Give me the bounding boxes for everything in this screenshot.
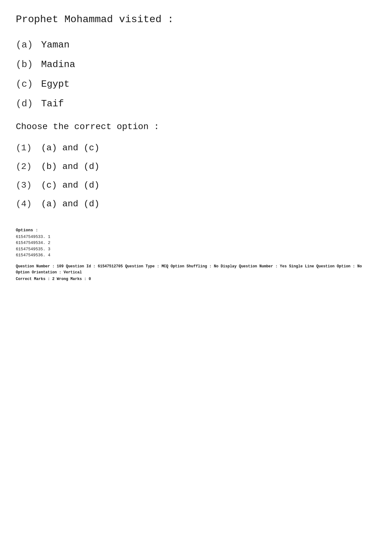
list-item: (a) Yaman bbox=[16, 40, 376, 50]
list-item: (4) (a) and (d) bbox=[16, 199, 376, 209]
list-item: 61547549536. 4 bbox=[16, 252, 376, 259]
list-item: (b) Madina bbox=[16, 59, 376, 70]
list-item: 61547549535. 3 bbox=[16, 246, 376, 253]
list-item: (c) Egypt bbox=[16, 79, 376, 90]
answer-value-3: (c) and (d) bbox=[41, 180, 100, 190]
option-value-d: Taif bbox=[41, 98, 64, 109]
option-id-list: 61547549533. 1 61547549534. 2 6154754953… bbox=[16, 234, 376, 259]
option-value-b: Madina bbox=[41, 59, 75, 70]
list-item: (1) (a) and (c) bbox=[16, 143, 376, 153]
list-item: 61547549534. 2 bbox=[16, 240, 376, 246]
list-item: (2) (b) and (d) bbox=[16, 162, 376, 171]
answer-value-4: (a) and (d) bbox=[41, 199, 100, 209]
question-text: Prophet Mohammad visited : bbox=[16, 13, 376, 27]
answer-label-2: (2) bbox=[16, 162, 41, 171]
marks-info: Correct Marks : 2 Wrong Marks : 0 bbox=[16, 277, 376, 281]
option-value-c: Egypt bbox=[41, 79, 70, 90]
option-label-c: (c) bbox=[16, 79, 41, 90]
options-label: Options : bbox=[16, 228, 376, 233]
choose-correct-option-text: Choose the correct option : bbox=[16, 122, 376, 132]
answer-value-2: (b) and (d) bbox=[41, 162, 100, 171]
answer-label-4: (4) bbox=[16, 199, 41, 209]
option-value-a: Yaman bbox=[41, 40, 70, 50]
option-label-a: (a) bbox=[16, 40, 41, 50]
answer-label-3: (3) bbox=[16, 180, 41, 190]
answer-label-1: (1) bbox=[16, 143, 41, 153]
question-meta-info: Question Number : 109 Question Id : 6154… bbox=[16, 264, 364, 276]
list-item: 61547549533. 1 bbox=[16, 234, 376, 240]
answers-list: (1) (a) and (c) (2) (b) and (d) (3) (c) … bbox=[16, 143, 376, 209]
metadata-section: Options : 61547549533. 1 61547549534. 2 … bbox=[16, 228, 376, 281]
option-label-b: (b) bbox=[16, 59, 41, 70]
options-list: (a) Yaman (b) Madina (c) Egypt (d) Taif bbox=[16, 40, 376, 109]
list-item: (d) Taif bbox=[16, 98, 376, 109]
option-label-d: (d) bbox=[16, 98, 41, 109]
list-item: (3) (c) and (d) bbox=[16, 180, 376, 190]
question-container: Prophet Mohammad visited : (a) Yaman (b)… bbox=[16, 13, 376, 281]
answer-value-1: (a) and (c) bbox=[41, 143, 100, 153]
